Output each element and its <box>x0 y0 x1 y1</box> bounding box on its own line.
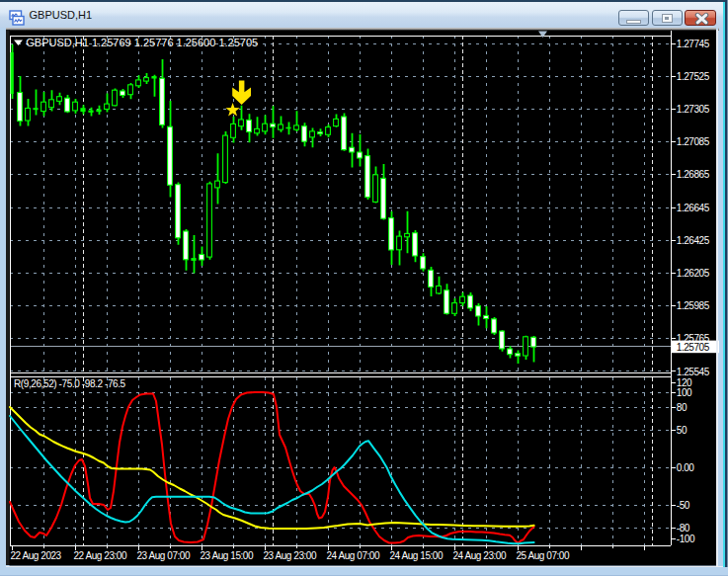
svg-text:1.27745: 1.27745 <box>677 39 710 49</box>
svg-text:GBPUSD,H1 1.25769 1.25776 1.25: GBPUSD,H1 1.25769 1.25776 1.25600 1.2570… <box>26 37 258 48</box>
svg-text:1.25705: 1.25705 <box>677 342 710 353</box>
svg-text:25 Aug 07:00: 25 Aug 07:00 <box>517 550 570 561</box>
svg-text:-50: -50 <box>677 500 690 511</box>
svg-text:23 Aug 15:00: 23 Aug 15:00 <box>201 550 254 561</box>
svg-text:100: 100 <box>677 387 692 398</box>
svg-text:50: 50 <box>677 425 688 436</box>
svg-text:R(9,26,52) -75.0 -98.2 -76.5: R(9,26,52) -75.0 -98.2 -76.5 <box>14 378 126 389</box>
svg-text:1.25985: 1.25985 <box>677 300 710 311</box>
svg-text:24 Aug 07:00: 24 Aug 07:00 <box>327 550 380 561</box>
svg-text:1.26205: 1.26205 <box>677 268 710 279</box>
svg-text:80: 80 <box>677 402 688 413</box>
svg-text:-100: -100 <box>677 534 695 544</box>
svg-text:1.25545: 1.25545 <box>677 367 710 377</box>
svg-text:1.27085: 1.27085 <box>677 136 710 147</box>
svg-text:22 Aug 2023: 22 Aug 2023 <box>11 550 62 561</box>
svg-text:1.27305: 1.27305 <box>677 104 710 115</box>
svg-text:23 Aug 07:00: 23 Aug 07:00 <box>137 550 191 561</box>
svg-text:23 Aug 23:00: 23 Aug 23:00 <box>264 550 317 561</box>
svg-text:1.26425: 1.26425 <box>677 235 710 246</box>
svg-text:1.26865: 1.26865 <box>677 169 710 180</box>
svg-text:-80: -80 <box>677 523 690 534</box>
svg-text:22 Aug 23:00: 22 Aug 23:00 <box>74 550 127 561</box>
svg-text:24 Aug 23:00: 24 Aug 23:00 <box>453 550 507 561</box>
svg-text:1.26645: 1.26645 <box>677 203 710 213</box>
svg-text:1.27525: 1.27525 <box>677 71 710 82</box>
svg-text:0.00: 0.00 <box>677 462 695 473</box>
svg-text:24 Aug 15:00: 24 Aug 15:00 <box>390 550 444 561</box>
